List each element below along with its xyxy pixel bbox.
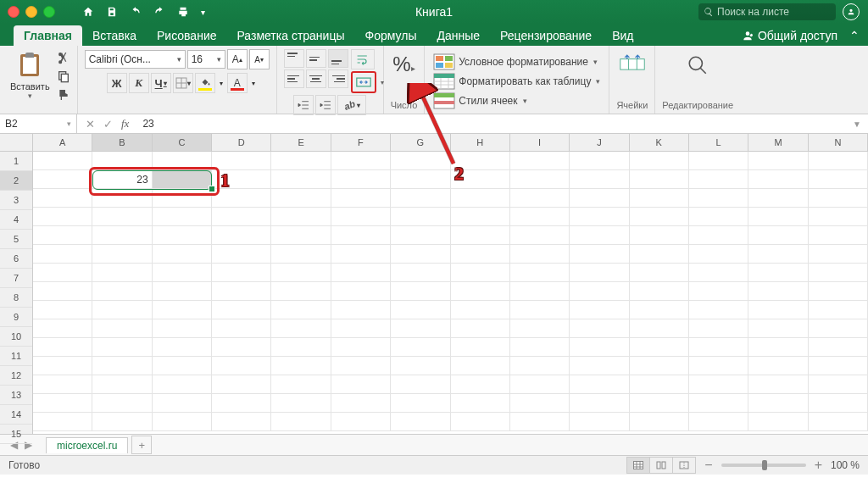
cell-b2[interactable]: 23 [92,170,152,189]
fill-handle[interactable] [209,186,215,192]
minimize-window-icon[interactable] [25,6,37,18]
col-header[interactable]: E [271,134,331,151]
align-right-icon[interactable] [328,69,348,88]
tab-view[interactable]: Вид [602,25,643,46]
tab-data[interactable]: Данные [426,25,490,46]
add-sheet-button[interactable]: + [131,436,152,454]
col-header[interactable]: I [510,134,570,151]
align-bottom-icon[interactable] [328,49,348,68]
conditional-formatting-button[interactable]: Условное форматирование▾ [431,53,602,71]
sheet-tab[interactable]: microexcel.ru [46,437,128,453]
zoom-in-button[interactable]: + [815,458,822,473]
row-header[interactable]: 5 [0,230,32,249]
tab-insert[interactable]: Вставка [82,25,147,46]
normal-view-icon[interactable] [626,457,650,474]
row-header[interactable]: 1 [0,152,32,171]
cancel-formula-icon[interactable]: ✕ [86,118,95,130]
cell-c2[interactable] [153,170,212,189]
tab-formulas[interactable]: Формулы [355,25,427,46]
bold-button[interactable]: Ж [107,73,127,93]
merge-center-button[interactable]: ▾ [351,71,376,93]
formula-expand-icon[interactable]: ▼ [846,119,868,129]
cut-icon[interactable] [57,51,70,64]
row-header[interactable]: 6 [0,249,32,269]
tab-home[interactable]: Главная [14,25,82,46]
close-window-icon[interactable] [8,6,19,18]
cells-area[interactable]: 23 [33,152,868,431]
search-box[interactable]: Поиск на листе [698,3,836,20]
wrap-text-icon[interactable] [351,49,375,69]
align-middle-icon[interactable] [306,49,326,68]
increase-indent-icon[interactable] [315,95,336,115]
row-header[interactable]: 2 [0,171,32,191]
zoom-level[interactable]: 100 % [831,459,860,471]
col-header[interactable]: M [748,134,808,151]
home-icon[interactable] [82,6,94,18]
increase-font-icon[interactable]: A▴ [227,49,248,69]
row-header[interactable]: 8 [0,288,32,308]
row-header[interactable]: 12 [0,366,32,386]
save-icon[interactable] [106,6,118,18]
tab-draw[interactable]: Рисование [147,25,227,46]
print-icon[interactable] [177,6,189,18]
col-header[interactable]: F [331,134,391,151]
fx-icon[interactable]: fx [121,117,129,130]
orientation-icon[interactable]: ab▾ [337,95,366,115]
col-header[interactable]: B [92,134,152,151]
tab-review[interactable]: Рецензирование [490,25,602,46]
font-name-combo[interactable]: Calibri (Осн...▾ [85,50,186,69]
font-color-button[interactable]: A▾ [227,73,248,93]
paste-button[interactable]: Вставить ▾ [7,49,53,102]
tab-layout[interactable]: Разметка страницы [227,25,355,46]
fill-color-button[interactable]: ▾ [195,73,215,93]
col-header[interactable]: C [153,134,212,151]
col-header[interactable]: N [809,134,868,151]
number-format-button[interactable]: %▸ [392,49,415,76]
share-button[interactable]: Общий доступ [742,29,837,42]
cells-button[interactable] [619,49,646,73]
copy-icon[interactable] [57,69,70,83]
align-left-icon[interactable] [284,69,304,88]
col-header[interactable]: A [33,134,92,151]
format-painter-icon[interactable] [57,88,70,102]
underline-button[interactable]: Ч▾ [151,73,171,93]
redo-icon[interactable] [153,6,165,18]
collapse-ribbon-icon[interactable]: ⌃ [849,29,860,42]
font-size-combo[interactable]: 16▾ [187,50,225,69]
row-header[interactable]: 10 [0,327,32,347]
editing-button[interactable] [686,49,709,76]
undo-icon[interactable] [130,6,142,18]
col-header[interactable]: H [451,134,510,151]
enter-formula-icon[interactable]: ✓ [103,118,113,130]
col-header[interactable]: J [570,134,629,151]
align-center-icon[interactable] [306,69,326,88]
name-box[interactable]: B2▾ [0,114,77,133]
zoom-slider[interactable] [721,464,806,467]
decrease-indent-icon[interactable] [293,95,314,115]
col-header[interactable]: K [630,134,689,151]
row-header[interactable]: 4 [0,210,32,230]
page-break-view-icon[interactable] [672,457,696,474]
qat-more-icon[interactable]: ▾ [201,8,205,17]
cell-styles-button[interactable]: Стили ячеек▾ [431,92,602,110]
borders-button[interactable]: ▾ [173,73,193,93]
formula-input[interactable]: 23 [137,118,846,130]
maximize-window-icon[interactable] [43,6,55,18]
col-header[interactable]: D [212,134,271,151]
row-header[interactable]: 3 [0,191,32,210]
user-account-icon[interactable] [843,3,860,20]
italic-button[interactable]: К [129,73,149,93]
row-header[interactable]: 13 [0,386,32,405]
row-header[interactable]: 7 [0,269,32,288]
col-header[interactable]: G [391,134,450,151]
col-header[interactable]: L [689,134,748,151]
decrease-font-icon[interactable]: A▾ [249,49,270,69]
row-header[interactable]: 9 [0,308,32,327]
row-header[interactable]: 11 [0,347,32,366]
row-header[interactable]: 15 [0,425,32,444]
format-as-table-button[interactable]: Форматировать как таблицу▾ [431,72,602,91]
zoom-out-button[interactable]: − [704,458,712,473]
select-all-corner[interactable] [0,134,32,152]
row-header[interactable]: 14 [0,405,32,425]
align-top-icon[interactable] [284,49,304,68]
